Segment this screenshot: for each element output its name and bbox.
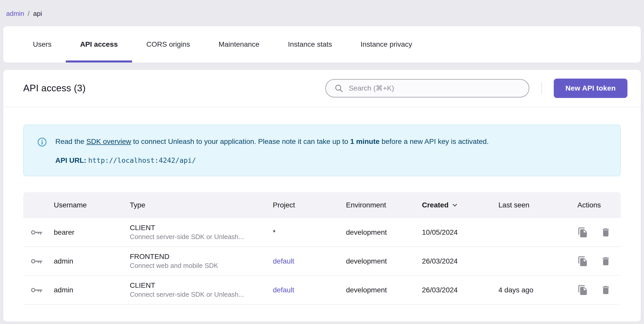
cell-actions (574, 256, 621, 267)
cell-environment: development (346, 286, 422, 294)
tab-maintenance-label: Maintenance (218, 40, 259, 48)
alert-bold-text: 1 minute (350, 138, 379, 145)
col-last-seen[interactable]: Last seen (498, 201, 574, 209)
cell-token-icon (23, 229, 54, 235)
page-title: API access (3) (23, 83, 86, 94)
tab-instance-stats-label: Instance stats (288, 40, 332, 48)
token-type: FRONTEND (130, 252, 273, 261)
copy-token-button[interactable] (577, 227, 588, 238)
delete-token-button[interactable] (600, 256, 611, 267)
tab-users[interactable]: Users (19, 26, 66, 63)
col-username[interactable]: Username (54, 201, 130, 209)
token-type-description: Connect server-side SDK or Unleash... (130, 290, 273, 299)
col-created-label: Created (422, 201, 448, 209)
cell-created: 10/05/2024 (422, 228, 498, 236)
cell-environment: development (346, 228, 422, 236)
token-type: CLIENT (130, 223, 273, 232)
cell-username: bearer (54, 228, 130, 236)
cell-project: * (273, 228, 346, 236)
tab-users-label: Users (33, 40, 51, 48)
page: admin/api Users API access CORS origins … (0, 0, 644, 321)
alert-text: Read the SDK overview to connect Unleash… (55, 137, 489, 146)
header-divider (542, 82, 542, 94)
alert-text-before-link: Read the (55, 138, 86, 145)
col-environment: Environment (346, 201, 422, 209)
delete-token-button[interactable] (600, 227, 611, 238)
api-access-card: API access (3) New API token Read the SD… (3, 70, 641, 321)
cell-type: CLIENT Connect server-side SDK or Unleas… (130, 281, 273, 299)
col-created[interactable]: Created (422, 201, 498, 209)
cell-environment: development (346, 257, 422, 265)
api-url-label: API URL: (55, 156, 86, 164)
cell-username: admin (54, 286, 130, 294)
search-icon (334, 83, 344, 93)
cell-token-icon (23, 258, 54, 264)
new-api-token-button[interactable]: New API token (554, 79, 627, 98)
col-type[interactable]: Type (130, 201, 273, 209)
key-icon (31, 229, 43, 235)
api-tokens-table: Username Type Project Environment Create… (23, 192, 621, 305)
cell-type: FRONTEND Connect web and mobile SDK (130, 252, 273, 270)
key-icon (31, 258, 43, 264)
token-type: CLIENT (130, 281, 273, 290)
token-type-description: Connect server-side SDK or Unleash... (130, 233, 273, 241)
tab-cors-origins-label: CORS origins (146, 40, 190, 48)
table-header-row: Username Type Project Environment Create… (23, 192, 621, 218)
search (325, 79, 529, 97)
cell-username: admin (54, 257, 130, 265)
key-icon (31, 287, 43, 293)
copy-token-button[interactable] (577, 256, 588, 267)
card-header: API access (3) New API token (3, 70, 641, 107)
table-row: admin FRONTEND Connect web and mobile SD… (23, 247, 621, 276)
copy-token-button[interactable] (577, 285, 588, 295)
col-project: Project (273, 201, 346, 209)
cell-type: CLIENT Connect server-side SDK or Unleas… (130, 223, 273, 241)
settings-tabs: Users API access CORS origins Maintenanc… (3, 26, 641, 63)
breadcrumb-admin-link[interactable]: admin (6, 10, 24, 17)
sdk-overview-link[interactable]: SDK overview (86, 138, 131, 145)
tab-instance-stats[interactable]: Instance stats (274, 26, 346, 63)
info-icon (37, 137, 47, 147)
cell-last-seen: 4 days ago (498, 286, 574, 294)
tab-api-access-label: API access (80, 40, 118, 48)
token-type-description: Connect web and mobile SDK (130, 261, 273, 270)
cell-actions (574, 285, 621, 295)
cell-actions (574, 227, 621, 238)
sort-desc-icon (451, 201, 459, 209)
tab-cors-origins[interactable]: CORS origins (132, 26, 204, 63)
cell-created: 26/03/2024 (422, 257, 498, 265)
alert-text-middle: to connect Unleash to your application. … (131, 138, 350, 145)
alert-message: Read the SDK overview to connect Unleash… (37, 137, 610, 147)
breadcrumb: admin/api (0, 0, 644, 26)
api-url-value: http://localhost:4242/api/ (88, 156, 196, 164)
cell-created: 26/03/2024 (422, 286, 498, 294)
tab-instance-privacy[interactable]: Instance privacy (346, 26, 426, 63)
cell-token-icon (23, 287, 54, 293)
api-url-line: API URL: http://localhost:4242/api/ (55, 156, 610, 165)
breadcrumb-current: api (33, 10, 42, 17)
cell-project-link[interactable]: default (273, 286, 346, 294)
search-input[interactable] (325, 79, 529, 97)
col-actions: Actions (574, 201, 621, 209)
info-alert: Read the SDK overview to connect Unleash… (23, 124, 621, 176)
tab-api-access[interactable]: API access (66, 26, 132, 63)
alert-text-end: before a new API key is activated. (380, 138, 489, 145)
table-row: admin CLIENT Connect server-side SDK or … (23, 276, 621, 305)
table-row: bearer CLIENT Connect server-side SDK or… (23, 218, 621, 247)
tab-instance-privacy-label: Instance privacy (360, 40, 412, 48)
cell-project-link[interactable]: default (273, 257, 346, 265)
delete-token-button[interactable] (600, 285, 611, 295)
breadcrumb-separator: / (28, 10, 30, 17)
tab-maintenance[interactable]: Maintenance (204, 26, 274, 63)
